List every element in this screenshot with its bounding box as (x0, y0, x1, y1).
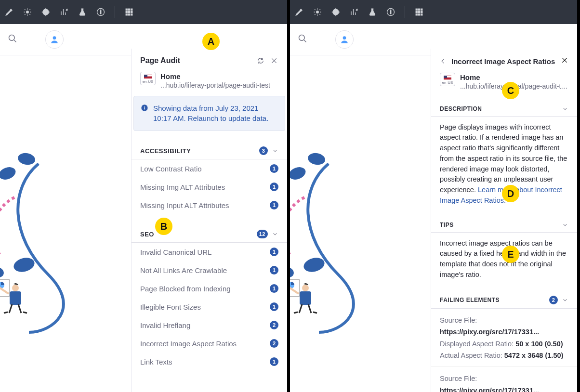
issue-count-badge: 1 (270, 248, 278, 256)
svg-rect-13 (129, 14, 130, 15)
issue-row[interactable]: Page Blocked from Indexing1 (132, 279, 287, 298)
toolbar-divider (115, 6, 115, 18)
svg-rect-6 (126, 9, 127, 10)
svg-point-28 (316, 11, 319, 13)
section-count-badge: 3 (259, 146, 268, 155)
edit-icon[interactable] (295, 8, 303, 16)
svg-point-45 (290, 165, 307, 182)
locale-flag[interactable]: en-US (440, 73, 455, 86)
page-audit-panel: Page Audit en-US Home ...hub.io/liferay-… (131, 49, 287, 392)
audit-section-header[interactable]: ACCESSIBILITY3 (132, 138, 287, 159)
page-name: Home (460, 73, 568, 82)
svg-rect-12 (126, 14, 127, 15)
svg-point-30 (335, 11, 337, 13)
target-icon[interactable] (331, 8, 340, 16)
description-section-header[interactable]: DESCRIPTION (431, 97, 577, 117)
flask-icon[interactable] (368, 8, 377, 16)
section-title: ACCESSIBILITY (140, 147, 259, 155)
detail-title: Incorrect Image Aspect Ratios (451, 57, 556, 65)
annotation-c: C (502, 82, 519, 99)
chevron-down-icon (272, 147, 278, 154)
chevron-down-icon (562, 222, 568, 228)
analytics-icon[interactable] (350, 8, 358, 16)
issue-label: Illegible Font Sizes (140, 303, 270, 311)
svg-point-15 (9, 35, 15, 41)
avatar[interactable] (335, 30, 354, 49)
gear-icon[interactable] (23, 8, 32, 16)
svg-rect-51 (300, 291, 311, 305)
toolbar-divider (405, 6, 405, 18)
svg-rect-42 (421, 14, 422, 15)
svg-rect-36 (421, 9, 422, 10)
info-icon[interactable] (386, 8, 395, 16)
issue-label: Not All Links Are Crawlable (140, 266, 270, 274)
svg-point-19 (12, 256, 36, 274)
issue-detail-panel: Incorrect Image Aspect Ratios en-US Home… (431, 49, 577, 392)
issue-row[interactable]: Link Texts1 (132, 353, 287, 371)
target-icon[interactable] (41, 8, 50, 16)
back-icon[interactable] (440, 58, 447, 65)
annotation-d: D (502, 185, 519, 202)
refresh-icon[interactable] (256, 56, 265, 65)
info-alert: Showing data from July 23, 2021 10:17 AM… (133, 96, 285, 131)
locale-flag[interactable]: en-US (140, 72, 156, 85)
issue-label: Missing Img ALT Attributes (140, 183, 270, 191)
failing-elements-section-header[interactable]: FAILING ELEMENTS 2 (431, 287, 577, 309)
svg-point-44 (343, 36, 346, 39)
issue-row[interactable]: Illegible Font Sizes1 (132, 298, 287, 316)
info-icon[interactable] (96, 8, 105, 16)
issue-label: Incorrect Image Aspect Ratios (140, 340, 270, 348)
search-icon[interactable] (298, 34, 307, 45)
close-icon[interactable] (561, 56, 568, 66)
page-name: Home (160, 72, 278, 81)
locale-code: en-US (143, 79, 154, 84)
issue-row[interactable]: Invalid Canonical URL1 (132, 243, 287, 261)
panel-title: Page Audit (140, 56, 251, 65)
svg-point-17 (0, 165, 17, 182)
edit-icon[interactable] (5, 8, 13, 16)
top-toolbar (290, 0, 577, 24)
svg-rect-14 (131, 14, 132, 15)
svg-rect-37 (416, 12, 417, 13)
svg-point-47 (302, 256, 326, 274)
issue-count-badge: 1 (270, 164, 278, 173)
page-url: ...hub.io/liferay-portal/page-audit-test (160, 81, 278, 89)
gear-icon[interactable] (313, 8, 322, 16)
svg-rect-38 (419, 12, 420, 13)
annotation-b: B (155, 218, 172, 235)
svg-rect-8 (131, 9, 132, 10)
issue-row[interactable]: Low Contrast Ratio1 (132, 159, 287, 178)
issue-count-badge: 1 (270, 357, 278, 366)
issue-label: Invalid Hreflang (140, 321, 270, 329)
svg-point-52 (302, 285, 309, 291)
failing-element: Source File: https://pixy.org/src/17/173… (431, 309, 577, 367)
decorative-illustration (0, 149, 96, 342)
apps-grid-icon[interactable] (415, 8, 423, 16)
svg-rect-40 (416, 14, 417, 15)
avatar[interactable] (45, 30, 64, 49)
annotation-e: E (502, 246, 519, 263)
issue-label: Missing Input ALT Attributes (140, 201, 270, 209)
svg-rect-32 (390, 12, 391, 14)
locale-code: en-US (442, 80, 453, 85)
issue-row[interactable]: Missing Img ALT Attributes1 (132, 178, 287, 196)
failing-actual: 5472 x 3648 (1.50) (504, 352, 564, 359)
flask-icon[interactable] (78, 8, 87, 16)
svg-rect-34 (416, 9, 417, 10)
svg-rect-9 (126, 12, 127, 13)
issue-row[interactable]: Missing Input ALT Attributes1 (132, 196, 287, 214)
issue-count-badge: 1 (270, 284, 278, 293)
chevron-down-icon (272, 231, 278, 237)
analytics-icon[interactable] (60, 8, 68, 16)
apps-grid-icon[interactable] (125, 8, 133, 16)
issue-row[interactable]: Incorrect Image Aspect Ratios2 (132, 334, 287, 353)
search-icon[interactable] (8, 34, 17, 45)
tips-section-header[interactable]: TIPS (431, 213, 577, 233)
failing-source: https://pixy.org/src/17/17331... (440, 328, 539, 336)
issue-row[interactable]: Invalid Hreflang2 (132, 316, 287, 334)
close-icon[interactable] (270, 56, 278, 65)
svg-point-2 (45, 11, 47, 13)
chevron-down-icon (562, 297, 568, 303)
issue-count-badge: 2 (270, 321, 278, 329)
issue-row[interactable]: Not All Links Are Crawlable1 (132, 261, 287, 279)
